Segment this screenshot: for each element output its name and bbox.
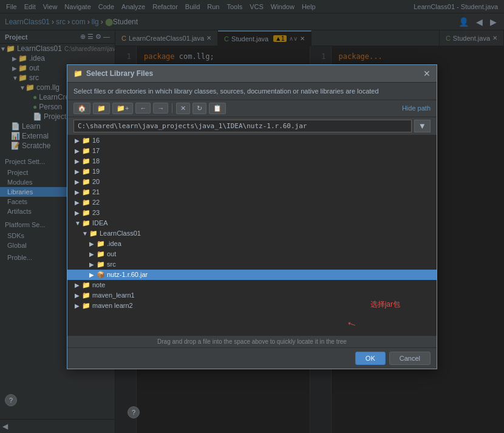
file-tree-label: 18 bbox=[92, 157, 100, 165]
expand-arrow: ▼ bbox=[75, 220, 82, 227]
expand-arrow: ▶ bbox=[75, 210, 82, 216]
folder-icon: 📁 bbox=[82, 137, 90, 145]
file-tree-item-maven-learn2[interactable]: ▶ 📁 maven learn2 bbox=[67, 301, 437, 311]
folder-icon: 📁 bbox=[97, 240, 105, 248]
folder-icon: 📁 bbox=[82, 178, 90, 186]
expand-arrow: ▶ bbox=[75, 302, 82, 309]
file-tree-item-src2[interactable]: ▶ 📁 src bbox=[67, 259, 437, 270]
file-tree-item-out2[interactable]: ▶ 📁 out bbox=[67, 249, 437, 259]
toolbar-newfolder-btn[interactable]: 📁 bbox=[93, 103, 110, 114]
folder-icon: 📁 bbox=[97, 250, 105, 258]
dialog-overlay: 📁 Select Library Files ✕ Select files or… bbox=[0, 0, 504, 433]
file-tree-item-idea2[interactable]: ▶ 📁 .idea bbox=[67, 239, 437, 249]
folder-icon: 📁 bbox=[97, 261, 105, 268]
file-tree-label: 22 bbox=[92, 199, 100, 206]
file-tree-item-19[interactable]: ▶ 📁 19 bbox=[67, 166, 437, 177]
folder-icon: 📁 bbox=[82, 292, 90, 299]
file-tree-item-17[interactable]: ▶ 📁 17 bbox=[67, 146, 437, 156]
toolbar-home-btn[interactable]: 🏠 bbox=[73, 103, 90, 114]
dialog-file-tree[interactable]: ▶ 📁 16 ▶ 📁 17 ▶ 📁 18 ▶ 📁 19 bbox=[67, 135, 437, 336]
file-tree-label: out bbox=[107, 250, 116, 257]
file-tree-label: maven_learn1 bbox=[92, 292, 135, 299]
file-tree-label: LearnClass01 bbox=[100, 230, 141, 237]
file-tree-label: 20 bbox=[92, 178, 100, 185]
expand-arrow: ▶ bbox=[89, 240, 97, 247]
folder-icon: 📁 bbox=[82, 188, 90, 196]
expand-arrow: ▶ bbox=[89, 251, 97, 257]
toolbar-copy-btn[interactable]: 📋 bbox=[209, 103, 226, 114]
file-tree-item-22[interactable]: ▶ 📁 22 bbox=[67, 197, 437, 208]
expand-arrow: ▶ bbox=[89, 261, 97, 268]
folder-icon: 📁 bbox=[82, 209, 90, 217]
dialog-footer: OK Cancel bbox=[67, 348, 437, 369]
toolbar-delete-btn[interactable]: ✕ bbox=[176, 103, 190, 114]
help-icon-left[interactable]: ? bbox=[5, 394, 17, 406]
hide-path-btn[interactable]: Hide path bbox=[402, 104, 431, 112]
expand-arrow: ▶ bbox=[75, 137, 82, 144]
file-tree-label: 17 bbox=[92, 147, 100, 154]
toolbar-refresh-btn[interactable]: ↻ bbox=[192, 103, 206, 114]
file-tree-label: note bbox=[92, 281, 105, 288]
file-tree-item-note[interactable]: ▶ 📁 note bbox=[67, 280, 437, 290]
folder-icon: 📁 bbox=[82, 302, 90, 310]
toolbar-addfolder-btn[interactable]: 📁+ bbox=[112, 103, 133, 114]
file-tree-label: src bbox=[107, 261, 116, 268]
expand-arrow: ▶ bbox=[75, 282, 82, 288]
file-tree-item-23[interactable]: ▶ 📁 23 bbox=[67, 208, 437, 218]
dialog-title: 📁 Select Library Files bbox=[73, 69, 153, 78]
file-tree-label: IDEA bbox=[92, 219, 108, 227]
dialog-description: Select files or directories in which lib… bbox=[67, 83, 437, 100]
dialog-cancel-btn[interactable]: Cancel bbox=[389, 352, 431, 365]
file-tree-item-20[interactable]: ▶ 📁 20 bbox=[67, 177, 437, 187]
dialog-ok-btn[interactable]: OK bbox=[355, 352, 386, 365]
select-library-dialog: 📁 Select Library Files ✕ Select files or… bbox=[67, 64, 437, 369]
expand-arrow: ▶ bbox=[75, 292, 82, 299]
jar-file-icon: 📦 bbox=[97, 271, 105, 279]
expand-arrow: ▶ bbox=[75, 199, 82, 206]
folder-icon: 📁 bbox=[82, 199, 90, 206]
file-tree-item-nutz-jar[interactable]: ▶ 📦 nutz-1.r.60.jar bbox=[67, 270, 437, 280]
expand-arrow: ▶ bbox=[89, 271, 97, 278]
expand-arrow: ▶ bbox=[75, 168, 82, 175]
toolbar-separator bbox=[172, 103, 172, 113]
file-tree-label: 23 bbox=[92, 209, 100, 216]
path-input[interactable] bbox=[73, 120, 412, 132]
dialog-toolbar: 🏠 📁 📁+ ← → ✕ ↻ 📋 Hide path bbox=[67, 100, 437, 117]
file-tree-label: 16 bbox=[92, 137, 100, 144]
expand-arrow: ▶ bbox=[75, 179, 82, 185]
dialog-header: 📁 Select Library Files ✕ bbox=[67, 65, 437, 83]
folder-icon: 📁 bbox=[82, 147, 90, 155]
expand-arrow: ▶ bbox=[75, 148, 82, 154]
folder-icon: 📁 bbox=[82, 168, 90, 176]
dialog-icon: 📁 bbox=[73, 69, 83, 78]
help-icon-bottom[interactable]: ? bbox=[128, 406, 140, 418]
dialog-title-text: Select Library Files bbox=[86, 69, 153, 78]
expand-arrow: ▶ bbox=[75, 189, 82, 196]
file-tree-item-18[interactable]: ▶ 📁 18 bbox=[67, 156, 437, 166]
file-tree-item-16[interactable]: ▶ 📁 16 bbox=[67, 135, 437, 146]
toolbar-next-btn[interactable]: → bbox=[153, 103, 168, 114]
file-tree-item-maven-learn1[interactable]: ▶ 📁 maven_learn1 bbox=[67, 290, 437, 301]
folder-icon: 📁 bbox=[89, 230, 98, 237]
folder-icon: 📁 bbox=[82, 157, 90, 165]
folder-icon: 📁 bbox=[82, 219, 90, 227]
file-tree-label: 21 bbox=[92, 188, 100, 196]
path-dropdown-btn[interactable]: ▼ bbox=[414, 120, 431, 132]
file-tree-label: .idea bbox=[107, 240, 121, 247]
file-tree-item-learnclass01[interactable]: ▼ 📁 LearnClass01 bbox=[67, 228, 437, 239]
toolbar-prev-btn[interactable]: ← bbox=[135, 103, 151, 114]
file-tree-item-idea[interactable]: ▼ 📁 IDEA bbox=[67, 218, 437, 228]
folder-icon: 📁 bbox=[82, 281, 90, 289]
path-input-row: ▼ bbox=[67, 117, 437, 135]
file-tree-label: 19 bbox=[92, 168, 100, 175]
expand-arrow: ▼ bbox=[82, 230, 89, 237]
file-tree-label: maven learn2 bbox=[92, 302, 133, 309]
expand-arrow: ▶ bbox=[75, 158, 82, 165]
dialog-hint: Drag and drop a file into the space abov… bbox=[67, 336, 437, 348]
file-tree-label: nutz-1.r.60.jar bbox=[107, 271, 148, 278]
dialog-close-btn[interactable]: ✕ bbox=[423, 69, 431, 78]
file-tree-item-21[interactable]: ▶ 📁 21 bbox=[67, 187, 437, 197]
